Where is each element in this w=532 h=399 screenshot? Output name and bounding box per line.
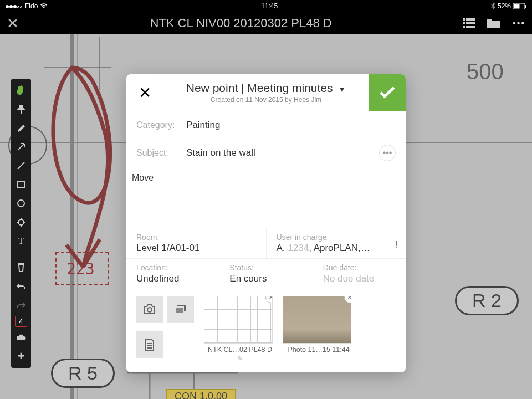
pin-tool[interactable]	[13, 101, 29, 117]
svg-rect-3	[463, 18, 465, 21]
trash-tool[interactable]	[13, 259, 29, 276]
svg-rect-1	[514, 4, 520, 8]
location-value[interactable]: Undefined	[136, 273, 209, 284]
signal-dots-icon	[6, 2, 23, 10]
dismiss-button[interactable]: ✕	[126, 84, 163, 102]
due-date-label: Due date:	[323, 263, 396, 272]
user-in-charge-label: User in charge:	[277, 233, 396, 242]
svg-rect-2	[525, 5, 526, 8]
attachment-2-caption: Photo 11…15 11:44	[283, 346, 355, 354]
confirm-button[interactable]	[369, 74, 406, 111]
svg-point-19	[18, 200, 24, 207]
undo-tool[interactable]	[13, 278, 29, 295]
pencil-tool[interactable]	[13, 120, 29, 136]
target-tool[interactable]	[13, 214, 29, 231]
delete-attachment-2[interactable]: ✕	[344, 296, 351, 303]
folder-icon[interactable]	[487, 18, 500, 28]
room-value[interactable]: Level 1/A01-01	[136, 243, 256, 254]
svg-rect-23	[175, 307, 183, 314]
camera-button[interactable]	[136, 296, 163, 323]
attachment-plan-thumb[interactable]: ✕	[204, 296, 273, 344]
list-view-icon[interactable]	[463, 18, 475, 28]
svg-point-20	[18, 219, 24, 225]
point-detail-card: ✕ New point | Meeting minutes ▼ Created …	[126, 74, 406, 372]
arrow-tool[interactable]	[13, 139, 29, 155]
svg-rect-5	[463, 26, 465, 28]
delete-attachment-1[interactable]: ✕	[265, 296, 273, 303]
document-title: NTK CL NIV00 20120302 PL48 D	[19, 16, 463, 30]
svg-rect-18	[18, 181, 24, 188]
description-input[interactable]: Move	[126, 167, 406, 228]
category-value[interactable]: Painting	[186, 120, 396, 131]
add-tool[interactable]: +	[13, 348, 29, 365]
battery-icon	[513, 3, 526, 9]
line-tool[interactable]	[13, 157, 29, 174]
svg-rect-8	[466, 26, 475, 28]
hand-tool[interactable]	[13, 82, 29, 99]
circle-tool[interactable]	[13, 195, 29, 212]
category-label: Category:	[136, 120, 186, 130]
close-button[interactable]: ✕	[7, 16, 19, 30]
attachment-1-caption: NTK CL…02 PL48 D	[204, 346, 276, 354]
svg-rect-6	[466, 18, 475, 21]
svg-rect-7	[466, 22, 475, 24]
subject-value[interactable]: Stain on the wall	[186, 147, 379, 158]
wifi-icon	[40, 3, 48, 9]
card-title[interactable]: New point | Meeting minutes	[186, 81, 333, 94]
annotation-count-badge[interactable]: 4	[15, 316, 27, 327]
subject-label: Subject:	[136, 148, 186, 158]
blueprint-canvas[interactable]: 500 223 R 5 R 2 CON 1.0.00 T 4 + ✕	[0, 34, 532, 399]
subject-more-button[interactable]: •••	[379, 145, 396, 161]
document-button[interactable]	[136, 331, 163, 358]
status-value[interactable]: En cours	[229, 273, 302, 284]
edit-caption-1-icon[interactable]: ✎	[204, 355, 276, 362]
location-label: Location:	[136, 263, 209, 272]
more-menu-icon[interactable]: •••	[513, 18, 525, 28]
priority-icon[interactable]: !	[395, 239, 398, 251]
rectangle-tool[interactable]	[13, 176, 29, 193]
user-in-charge-value[interactable]: A, 1234, AproPLAN,…	[277, 243, 396, 254]
gallery-button[interactable]	[167, 296, 194, 323]
created-subtext: Created on 11 Nov 2015 by Hees Jim	[163, 96, 369, 104]
text-tool[interactable]: T	[13, 233, 29, 249]
carrier-label: Fido	[25, 2, 38, 10]
redo-tool[interactable]	[13, 297, 29, 314]
annotation-toolbar: T 4 +	[11, 79, 31, 368]
app-navbar: ✕ NTK CL NIV00 20120302 PL48 D •••	[0, 12, 532, 34]
battery-percent-label: 52%	[498, 2, 511, 10]
ios-status-bar: Fido 11:45 52%	[0, 0, 532, 12]
cloud-tool[interactable]	[13, 329, 29, 346]
svg-rect-4	[463, 22, 465, 24]
title-dropdown-icon[interactable]: ▼	[338, 85, 346, 94]
room-label: Room:	[136, 233, 256, 242]
due-date-value[interactable]: No due date	[323, 273, 396, 284]
attachment-photo-thumb[interactable]: ✕	[283, 296, 351, 344]
clock-label: 11:45	[261, 2, 278, 10]
svg-point-21	[147, 308, 152, 312]
bluetooth-icon	[491, 3, 495, 9]
status-label: Status:	[229, 263, 302, 272]
